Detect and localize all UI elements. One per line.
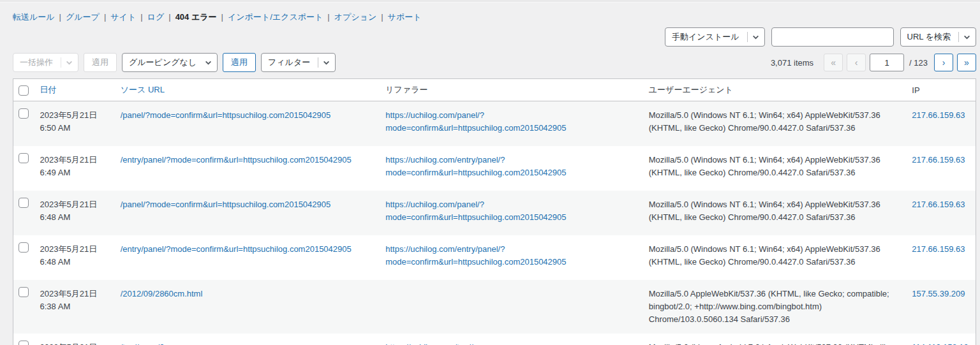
user-agent-cell: Mozilla/5.0 (Windows NT 6.1; Win64; x64)… <box>642 146 906 191</box>
row-checkbox[interactable] <box>19 153 29 163</box>
select-all-checkbox[interactable] <box>19 85 29 96</box>
search-input[interactable] <box>771 27 894 47</box>
date-cell: 2023年5月21日6:48 AM <box>34 191 114 235</box>
source-url-link[interactable]: /panel/?​mode=confirm&url=httpsuchilog.c… <box>121 110 331 120</box>
nav-item-site[interactable]: サイト <box>110 12 136 22</box>
install-select[interactable]: 手動インストール <box>665 27 765 47</box>
search-scope-value: URL を検索 <box>907 31 951 43</box>
referrer-link[interactable]: https://uchilog.com/entry/panel/?​mode=c… <box>385 155 566 177</box>
referrer-link[interactable]: https://uchilog.com/panel/?​mode=confirm… <box>385 200 566 222</box>
nav-separator: | <box>140 12 142 22</box>
chevron-down-icon <box>205 59 212 66</box>
column-header-source-url[interactable]: ソース URL <box>114 79 380 101</box>
chevron-down-icon <box>963 34 970 41</box>
current-page-input[interactable] <box>870 54 904 71</box>
date-cell: 2023年5月21日6:30 AM <box>34 334 114 345</box>
row-checkbox[interactable] <box>19 341 29 345</box>
nav-item-redirects[interactable]: 転送ルール <box>13 12 55 22</box>
date-cell: 2023年5月21日6:50 AM <box>34 101 114 146</box>
source-url-link[interactable]: /tag//page/2 <box>121 342 165 345</box>
user-agent-cell: Mozilla/5.0 (Windows NT 6.1; Win64; x64)… <box>642 101 906 146</box>
nav-separator: | <box>221 12 223 22</box>
table-row: 2023年5月21日6:48 AM /entry/panel/?​mode=co… <box>13 235 976 280</box>
pagination: 3,071 items « ‹ / 123 › » <box>771 54 976 71</box>
select-divider <box>958 32 959 42</box>
source-url-link[interactable]: /panel/?​mode=confirm&url=httpsuchilog.c… <box>121 200 331 209</box>
column-header-referrer: リファラー <box>379 79 642 101</box>
next-page-button[interactable]: › <box>934 54 953 71</box>
user-agent-cell: Mozilla/5.0 AppleWebKit/537.36 (KHTML, l… <box>642 280 906 334</box>
plugin-subnav: 転送ルール|グループ|サイト|ログ|404 エラー|インポート/エクスポート|オ… <box>13 11 976 23</box>
prev-page-button: ‹ <box>847 54 866 71</box>
top-divider <box>0 0 980 3</box>
row-checkbox[interactable] <box>19 287 29 297</box>
ip-link[interactable]: 217.66.159.63 <box>912 110 965 120</box>
items-count: 3,071 items <box>771 58 813 68</box>
filter-select-value: フィルター <box>268 57 310 68</box>
column-header-ip: IP <box>905 79 976 101</box>
table-row: 2023年5月21日6:30 AM /tag//page/2 https://u… <box>13 334 976 345</box>
nav-separator: | <box>381 12 383 22</box>
nav-item-groups[interactable]: グループ <box>66 12 100 22</box>
search-scope-select[interactable]: URL を検索 <box>900 27 976 47</box>
table-toolbar: 一括操作 適用 グルーピングなし 適用 フィルター <box>13 53 976 72</box>
nav-item-options[interactable]: オプション <box>334 12 377 22</box>
row-checkbox[interactable] <box>19 108 29 119</box>
select-divider <box>61 57 61 68</box>
date-cell: 2023年5月21日6:48 AM <box>34 235 114 280</box>
date-cell: 2023年5月21日6:38 AM <box>34 280 114 334</box>
first-page-button: « <box>824 54 843 71</box>
date-cell: 2023年5月21日6:49 AM <box>34 146 114 191</box>
nav-item-log[interactable]: ログ <box>147 12 165 22</box>
select-divider <box>318 57 318 68</box>
nav-item-404-errors-current: 404 エラー <box>175 12 217 22</box>
bulk-actions-value: 一括操作 <box>20 57 53 68</box>
table-header-row: 日付 ソース URL リファラー ユーザーエージェント IP <box>13 79 976 101</box>
ip-link[interactable]: 157.55.39.209 <box>912 289 965 298</box>
table-row: 2023年5月21日6:48 AM /panel/?​mode=confirm&… <box>13 191 976 235</box>
grouping-select-value: グルーピングなし <box>129 57 197 68</box>
nav-separator: | <box>327 12 329 22</box>
filter-select[interactable]: フィルター <box>261 53 336 72</box>
user-agent-cell: Mozilla/5.0 (Windows NT 6.1; Win64; x64)… <box>642 235 906 280</box>
nav-item-support[interactable]: サポート <box>388 12 422 22</box>
source-url-link[interactable]: /entry/panel/?​mode=confirm&url=httpsuch… <box>121 155 352 165</box>
chevron-down-icon <box>752 34 759 41</box>
nav-separator: | <box>59 12 61 22</box>
referrer-link[interactable]: https://uchilog.com/tag// <box>385 342 473 345</box>
grouping-select[interactable]: グルーピングなし <box>122 53 218 72</box>
user-agent-cell: Mozilla/5.0 (Windows NT 6.1; Win64; x64)… <box>642 191 906 235</box>
referrer-link[interactable]: https://uchilog.com/entry/panel/?​mode=c… <box>385 244 566 267</box>
source-url-link[interactable]: /entry/panel/?​mode=confirm&url=httpsuch… <box>121 244 352 254</box>
referrer-link[interactable]: https://uchilog.com/panel/?​mode=confirm… <box>385 110 566 133</box>
select-divider <box>747 32 748 42</box>
404-error-log-page: 転送ルール|グループ|サイト|ログ|404 エラー|インポート/エクスポート|オ… <box>0 11 980 345</box>
bulk-actions-select: 一括操作 <box>13 53 78 72</box>
ip-link[interactable]: 217.66.159.63 <box>912 244 965 254</box>
row-checkbox[interactable] <box>19 198 29 208</box>
nav-item-import-export[interactable]: インポート/エクスポート <box>228 12 323 22</box>
ip-link[interactable]: 217.66.159.63 <box>912 200 965 209</box>
column-header-user-agent: ユーザーエージェント <box>642 79 906 101</box>
bulk-apply-button-disabled: 適用 <box>84 53 117 72</box>
table-row: 2023年5月21日6:50 AM /panel/?​mode=confirm&… <box>13 101 976 146</box>
user-agent-cell: Mozilla/5.0 (Linux; Android 7.0;) AppleW… <box>642 334 906 345</box>
source-url-link[interactable]: /2012/09/2860cm.html <box>121 289 203 298</box>
nav-separator: | <box>168 12 170 22</box>
ip-link[interactable]: 114.119.158.125 <box>912 342 968 345</box>
chevron-down-icon <box>323 59 330 66</box>
row-checkbox[interactable] <box>19 242 29 253</box>
column-header-date[interactable]: 日付 <box>34 79 114 101</box>
install-select-value: 手動インストール <box>672 31 739 43</box>
top-search-controls: 手動インストール URL を検索 <box>13 27 976 47</box>
filter-apply-button[interactable]: 適用 <box>223 53 256 72</box>
table-row: 2023年5月21日6:38 AM /2012/09/2860cm.html M… <box>13 280 976 334</box>
nav-separator: | <box>104 12 106 22</box>
table-row: 2023年5月21日6:49 AM /entry/panel/?​mode=co… <box>13 146 976 191</box>
ip-link[interactable]: 217.66.159.63 <box>912 155 965 165</box>
last-page-button[interactable]: » <box>957 54 976 71</box>
chevron-down-icon <box>66 59 73 66</box>
total-pages: / 123 <box>909 58 928 68</box>
404-log-table: 日付 ソース URL リファラー ユーザーエージェント IP 2023年5月21… <box>13 78 976 345</box>
